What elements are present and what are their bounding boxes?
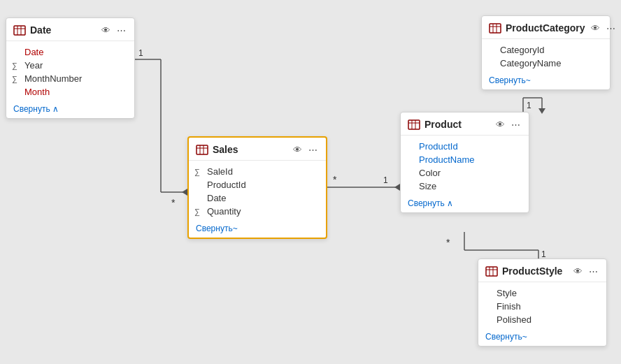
table-date: Date 👁 ⋯ Date ∑ Year ∑ MonthNumber Month [6, 17, 135, 119]
field-productcategory-categoryname: CategoryName [482, 57, 610, 70]
table-product-fields: ProductId ProductName Color Size [401, 136, 529, 196]
svg-text:*: * [446, 237, 450, 248]
field-sales-quantity: ∑ Quantity [189, 205, 326, 218]
table-productcategory-actions: 👁 ⋯ [590, 22, 618, 34]
table-productcategory: ProductCategory 👁 ⋯ CategoryId CategoryN… [481, 15, 611, 90]
svg-text:1: 1 [527, 101, 531, 110]
field-date-year: ∑ Year [6, 59, 134, 72]
table-product: Product 👁 ⋯ ProductId ProductName Color … [400, 112, 529, 213]
svg-rect-27 [197, 145, 208, 154]
table-product-eye[interactable]: 👁 [494, 118, 506, 131]
table-sales-icon [196, 143, 208, 156]
table-sales-header: Sales 👁 ⋯ [189, 138, 326, 161]
table-productstyle: ProductStyle 👁 ⋯ Style Finish Polished С… [478, 259, 607, 347]
table-date-actions: 👁 ⋯ [99, 24, 127, 36]
diagram-canvas: 1 * * 1 1 * * 1 [0, 0, 621, 364]
field-date-date: Date [6, 45, 134, 59]
table-productstyle-icon [485, 265, 498, 277]
table-date-eye[interactable]: 👁 [99, 24, 112, 36]
table-productstyle-title: ProductStyle [502, 265, 567, 277]
svg-marker-3 [182, 189, 187, 196]
table-productstyle-collapse[interactable]: Свернуть~ [478, 329, 606, 346]
table-product-menu[interactable]: ⋯ [509, 118, 522, 131]
field-product-productname: ProductName [401, 153, 529, 166]
field-sales-productid: ProductId [189, 178, 326, 191]
field-date-month: Month [6, 85, 134, 99]
table-productstyle-eye[interactable]: 👁 [571, 265, 584, 277]
table-productstyle-actions: 👁 ⋯ [571, 265, 599, 277]
field-productstyle-finish: Finish [478, 300, 606, 313]
svg-marker-14 [538, 108, 545, 114]
svg-text:*: * [171, 197, 176, 208]
svg-marker-8 [394, 184, 400, 191]
table-productcategory-menu[interactable]: ⋯ [605, 22, 618, 34]
table-sales-title: Sales [213, 144, 287, 155]
svg-text:1: 1 [383, 175, 388, 185]
field-product-size: Size [401, 180, 529, 193]
table-sales: Sales 👁 ⋯ ∑ SaleId ProductId Date ∑ Quan… [187, 136, 327, 239]
field-productstyle-polished: Polished [478, 313, 606, 326]
table-productcategory-icon [489, 22, 501, 34]
svg-rect-23 [14, 26, 25, 35]
field-productstyle-style: Style [478, 286, 606, 300]
svg-rect-39 [486, 267, 497, 276]
table-date-header: Date 👁 ⋯ [6, 18, 134, 41]
table-product-actions: 👁 ⋯ [494, 118, 522, 131]
table-productstyle-header: ProductStyle 👁 ⋯ [478, 259, 606, 282]
svg-text:1: 1 [138, 48, 143, 58]
table-sales-fields: ∑ SaleId ProductId Date ∑ Quantity [189, 161, 326, 221]
table-productstyle-menu[interactable]: ⋯ [587, 265, 599, 277]
table-productcategory-collapse[interactable]: Свернуть~ [482, 73, 610, 89]
field-productcategory-categoryid: CategoryId [482, 43, 610, 57]
field-product-color: Color [401, 166, 529, 180]
table-sales-collapse[interactable]: Свернуть~ [189, 221, 326, 238]
table-productstyle-fields: Style Finish Polished [478, 282, 606, 329]
table-product-title: Product [424, 119, 490, 130]
table-date-icon [13, 24, 26, 36]
table-product-icon [408, 118, 420, 131]
table-date-title: Date [30, 24, 95, 36]
table-productcategory-fields: CategoryId CategoryName [482, 39, 610, 73]
svg-text:1: 1 [541, 249, 546, 259]
table-productcategory-header: ProductCategory 👁 ⋯ [482, 16, 610, 39]
table-product-collapse[interactable]: Свернуть ∧ [401, 196, 529, 212]
svg-rect-31 [408, 120, 420, 129]
svg-rect-35 [490, 24, 501, 33]
field-product-productid: ProductId [401, 140, 529, 153]
table-sales-menu[interactable]: ⋯ [306, 143, 319, 156]
table-sales-eye[interactable]: 👁 [291, 143, 304, 156]
table-date-collapse[interactable]: Свернуть ∧ [6, 101, 134, 118]
table-productcategory-eye[interactable]: 👁 [590, 22, 602, 34]
table-date-menu[interactable]: ⋯ [115, 24, 127, 36]
table-product-header: Product 👁 ⋯ [401, 112, 529, 136]
field-date-monthnumber: ∑ MonthNumber [6, 72, 134, 85]
svg-text:*: * [333, 174, 337, 185]
table-productcategory-title: ProductCategory [506, 22, 585, 34]
table-sales-actions: 👁 ⋯ [291, 143, 319, 156]
field-sales-saleid: ∑ SaleId [189, 165, 326, 178]
table-date-fields: Date ∑ Year ∑ MonthNumber Month [6, 41, 134, 101]
field-sales-date: Date [189, 191, 326, 205]
